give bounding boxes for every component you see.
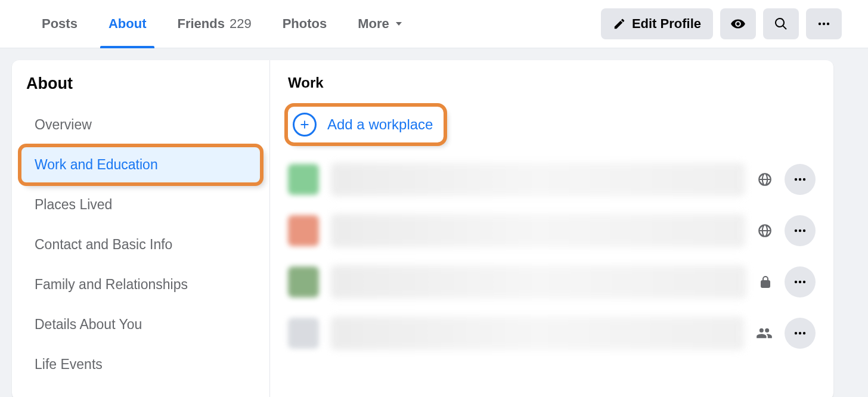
only-me-privacy-icon[interactable] xyxy=(758,275,773,289)
sidebar-item-places-lived[interactable]: Places Lived xyxy=(20,186,261,224)
svg-point-14 xyxy=(803,332,805,334)
svg-point-6 xyxy=(795,229,797,232)
more-options-button[interactable] xyxy=(806,8,842,39)
sidebar-item-overview[interactable]: Overview xyxy=(20,106,261,144)
svg-point-1 xyxy=(823,23,825,25)
entry-avatar xyxy=(288,318,319,349)
entry-options-button[interactable] xyxy=(785,215,816,246)
svg-point-12 xyxy=(795,332,797,334)
eye-icon xyxy=(730,16,746,32)
view-as-button[interactable] xyxy=(720,8,756,39)
svg-point-13 xyxy=(799,332,801,334)
entry-content-redacted xyxy=(331,214,745,247)
search-button[interactable] xyxy=(763,8,799,39)
tab-posts-label: Posts xyxy=(42,16,78,32)
entry-content-redacted xyxy=(331,317,744,350)
entry-content-redacted xyxy=(331,265,746,299)
svg-point-8 xyxy=(803,229,805,232)
entry-avatar xyxy=(288,164,319,195)
sidebar-item-work-and-education[interactable]: Work and Education xyxy=(20,146,261,184)
tabs-group: Posts About Friends 229 Photos More xyxy=(26,0,601,48)
sidebar-item-life-events[interactable]: Life Events xyxy=(20,346,261,383)
svg-point-3 xyxy=(795,178,797,181)
work-entry xyxy=(288,214,816,247)
sidebar-item-family-and-relationships[interactable]: Family and Relationships xyxy=(20,266,261,303)
work-entry xyxy=(288,265,816,299)
svg-point-5 xyxy=(803,178,805,181)
svg-point-9 xyxy=(795,281,797,283)
about-main: Work Add a workplace xyxy=(270,60,833,397)
tab-photos[interactable]: Photos xyxy=(267,0,343,48)
about-sidebar: About OverviewWork and EducationPlaces L… xyxy=(12,60,270,397)
add-workplace-label: Add a workplace xyxy=(327,116,433,133)
edit-profile-label: Edit Profile xyxy=(632,16,701,32)
entry-options-button[interactable] xyxy=(785,318,816,349)
svg-point-4 xyxy=(799,178,801,181)
sidebar-item-details-about-you[interactable]: Details About You xyxy=(20,306,261,343)
public-privacy-icon[interactable] xyxy=(757,172,773,187)
svg-point-11 xyxy=(803,281,805,283)
tab-friends[interactable]: Friends 229 xyxy=(162,0,266,48)
tab-friends-label: Friends xyxy=(177,16,224,32)
sidebar-title: About xyxy=(12,75,269,104)
friends-privacy-icon[interactable] xyxy=(756,325,773,342)
sidebar-item-contact-and-basic-info[interactable]: Contact and Basic Info xyxy=(20,226,261,263)
about-card: About OverviewWork and EducationPlaces L… xyxy=(12,60,833,397)
tab-about[interactable]: About xyxy=(93,0,162,48)
add-workplace-button[interactable]: Add a workplace xyxy=(288,107,444,142)
tab-more-label: More xyxy=(358,16,389,32)
work-entry xyxy=(288,163,816,196)
tab-posts[interactable]: Posts xyxy=(26,0,93,48)
entry-avatar xyxy=(288,215,319,246)
work-entries xyxy=(288,163,816,350)
caret-down-icon xyxy=(394,19,404,29)
work-entry xyxy=(288,317,816,350)
actions-group: Edit Profile xyxy=(601,8,842,39)
dots-icon xyxy=(817,17,831,31)
svg-point-7 xyxy=(799,229,801,232)
tab-about-label: About xyxy=(108,16,147,32)
tab-photos-label: Photos xyxy=(283,16,327,32)
pencil-icon xyxy=(613,17,626,30)
entry-options-button[interactable] xyxy=(785,266,816,297)
svg-point-2 xyxy=(827,23,829,25)
entry-content-redacted xyxy=(331,163,745,196)
section-title: Work xyxy=(288,75,816,91)
tab-friends-count: 229 xyxy=(230,16,252,32)
content-area: About OverviewWork and EducationPlaces L… xyxy=(0,48,868,397)
entry-options-button[interactable] xyxy=(785,164,816,195)
plus-circle-icon xyxy=(293,113,317,137)
public-privacy-icon[interactable] xyxy=(757,223,773,238)
svg-point-10 xyxy=(799,281,801,283)
search-icon xyxy=(774,17,788,31)
tab-more[interactable]: More xyxy=(342,0,419,48)
edit-profile-button[interactable]: Edit Profile xyxy=(601,8,713,39)
entry-avatar xyxy=(288,266,319,297)
profile-tabbar: Posts About Friends 229 Photos More Edit… xyxy=(0,0,868,48)
svg-point-0 xyxy=(819,23,821,25)
